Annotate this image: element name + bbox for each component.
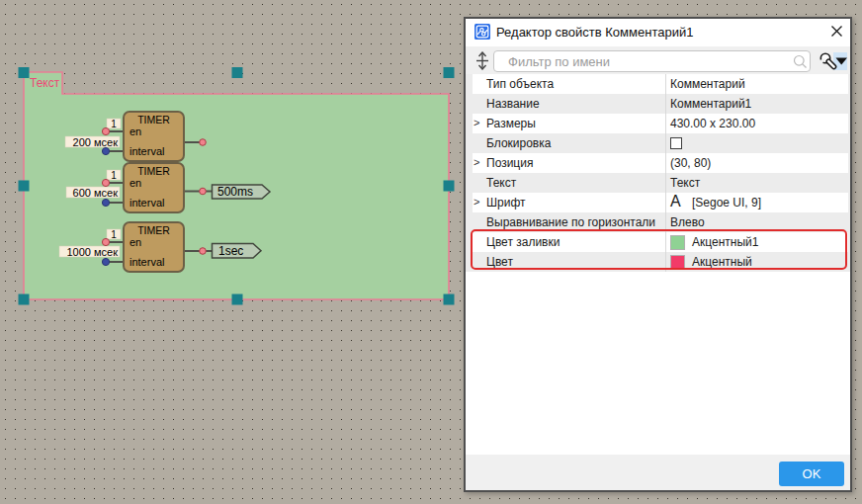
svg-text:1: 1 xyxy=(111,119,117,129)
svg-text:1: 1 xyxy=(111,170,117,181)
svg-text:1: 1 xyxy=(111,229,117,240)
svg-text:en: en xyxy=(129,177,141,189)
svg-text:TIMER: TIMER xyxy=(137,224,170,236)
svg-text:TIMER: TIMER xyxy=(137,165,170,177)
svg-text:500ms: 500ms xyxy=(217,185,253,199)
svg-text:1sec: 1sec xyxy=(218,244,243,258)
svg-text:Текст: Текст xyxy=(30,76,60,90)
svg-text:en: en xyxy=(129,126,141,137)
svg-text:600 мсек: 600 мсек xyxy=(73,187,119,199)
svg-text:1000 мсек: 1000 мсек xyxy=(66,246,118,258)
svg-text:interval: interval xyxy=(129,197,164,209)
svg-text:200 мсек: 200 мсек xyxy=(73,136,119,148)
svg-text:TIMER: TIMER xyxy=(137,114,170,126)
svg-text:interval: interval xyxy=(129,145,164,157)
svg-text:interval: interval xyxy=(129,256,164,268)
svg-text:en: en xyxy=(129,236,141,248)
